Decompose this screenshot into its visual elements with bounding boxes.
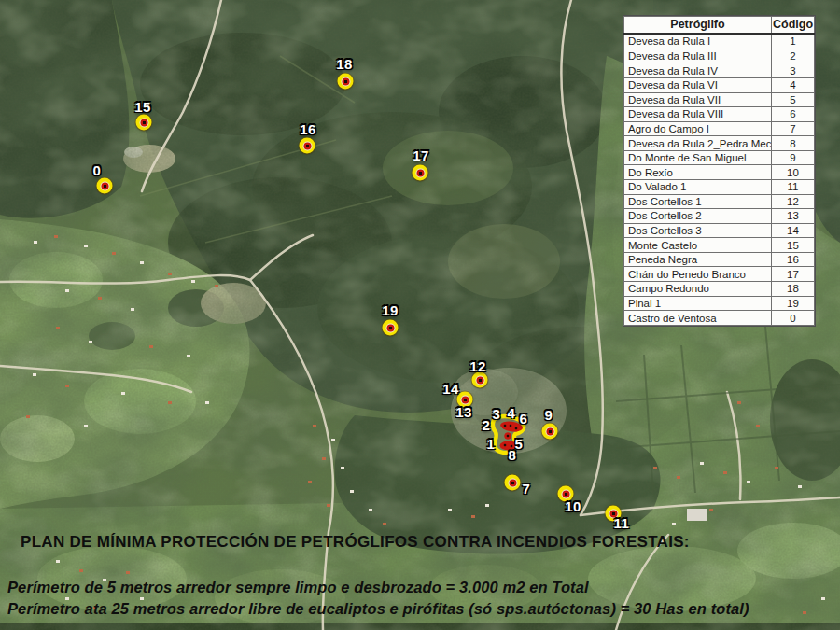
petroglyph-name: Devesa da Rula IV [624, 63, 772, 78]
marker-core-dot [140, 119, 147, 126]
marker-label: 18 [336, 57, 353, 71]
table-header-codigo: Código [772, 17, 815, 35]
marker-label: 1 [487, 437, 496, 451]
marker-label: 8 [509, 448, 517, 462]
petroglyph-code: 17 [772, 267, 815, 282]
marker-ring [545, 427, 554, 436]
map-marker [338, 74, 354, 90]
map-marker [542, 424, 558, 440]
petroglyph-name: Devesa da Rula VI [624, 77, 772, 92]
table-row: Devesa da Rula 2_Pedra Mecía 8 [624, 136, 815, 151]
map-marker [383, 320, 399, 336]
petroglyph-name: Devesa da Rula VIII [624, 107, 772, 122]
petroglyph-name: Do Monte de San Miguel [624, 150, 772, 165]
marker-core-dot [476, 376, 483, 384]
marker-label: 3 [493, 407, 501, 421]
marker-core-dot [303, 142, 311, 149]
petroglyph-code: 2 [772, 49, 815, 63]
petroglyph-code: 10 [772, 165, 815, 180]
marker-core-dot [546, 427, 553, 435]
marker-ring [302, 141, 312, 150]
table-row: Agro do Campo I 7 [624, 121, 815, 136]
petroglyph-name: Dos Cortellos 1 [624, 194, 772, 209]
petroglyph-name: Chán do Penedo Branco [624, 267, 772, 282]
cluster-dot [509, 443, 515, 450]
petroglyph-code: 12 [772, 194, 815, 209]
marker-core-dot [101, 182, 108, 189]
petroglyph-name: Campo Redondo [624, 282, 772, 297]
petroglyph-name: Pinal 1 [624, 296, 772, 311]
table-row: Devesa da Rula VI 4 [624, 77, 815, 92]
table-row: Pinal 1 19 [624, 296, 815, 311]
marker-label: 7 [523, 482, 531, 496]
petroglyph-name: Peneda Negra [624, 252, 772, 267]
table-row: Do Rexío 10 [624, 165, 815, 180]
marker-ring [561, 489, 570, 498]
marker-label: 14 [442, 382, 459, 396]
marker-core-dot [562, 490, 569, 497]
petroglyph-code: 15 [772, 238, 815, 253]
table-row: Dos Cortellos 3 14 [624, 223, 815, 238]
table-row: Do Valado 1 11 [624, 180, 815, 195]
petroglyph-code: 6 [772, 107, 815, 122]
petroglyph-code: 13 [772, 209, 815, 224]
petroglyph-code: 3 [772, 63, 815, 78]
map-slide: 0 15 18 16 17 [0, 0, 840, 630]
marker-core-dot [342, 77, 349, 85]
marker-ring [415, 168, 425, 177]
plan-title: PLAN DE MÍNIMA PROTECCIÓN DE PETRÓGLIFOS… [21, 533, 690, 552]
petroglyph-code: 5 [772, 92, 815, 107]
marker-label: 11 [614, 516, 630, 530]
petroglyph-code: 11 [772, 180, 815, 195]
table-row: Devesa da Rula VIII 6 [624, 107, 815, 122]
perimeter-rule-2: Perímetro ata 25 metros arredor libre de… [7, 600, 749, 618]
table-row: Devesa da Rula IV 3 [624, 63, 815, 78]
marker-label: 10 [565, 499, 581, 513]
table-row: Do Monte de San Miguel 9 [624, 150, 815, 165]
table-row: Monte Castelo 15 [624, 238, 815, 253]
petroglyph-name: Do Valado 1 [624, 180, 772, 195]
marker-label: 9 [545, 408, 553, 422]
marker-label: 16 [300, 122, 316, 136]
petroglyph-code: 14 [772, 223, 815, 238]
marker-ring [385, 323, 395, 332]
petroglyph-code: 18 [772, 282, 815, 297]
petroglyph-code: 0 [772, 311, 815, 326]
marker-ring [475, 375, 484, 385]
petroglyph-code: 4 [772, 77, 815, 92]
table-header-petroglifo: Petróglifo [624, 17, 772, 35]
table-row: Castro de Ventosa 0 [624, 311, 815, 326]
marker-ring [139, 118, 148, 127]
marker-label: 6 [520, 412, 528, 426]
marker-core-dot [386, 324, 394, 331]
petroglyph-name: Castro de Ventosa [624, 311, 772, 326]
petroglyph-name: Dos Cortellos 3 [624, 223, 772, 238]
marker-ring [460, 395, 469, 404]
perimeter-rule-1: Perímetro de 5 metros arredor sempre lim… [7, 579, 589, 596]
table-header-row: Petróglifo Código [624, 17, 815, 35]
petroglyph-name: Devesa da Rula 2_Pedra Mecía [624, 136, 772, 151]
cluster-dot [502, 442, 509, 449]
marker-core-dot [416, 169, 424, 176]
table-row: Campo Redondo 18 [624, 282, 815, 297]
petroglyph-table: Petróglifo Código Devesa da Rula I 1 Dev… [623, 16, 815, 326]
map-marker [97, 178, 113, 194]
marker-label: 0 [93, 163, 102, 177]
cluster-dot [505, 433, 511, 440]
marker-label: 15 [134, 100, 151, 114]
table-row: Peneda Negra 16 [624, 252, 815, 267]
marker-label: 17 [413, 148, 429, 162]
marker-label: 12 [469, 359, 486, 373]
marker-label: 4 [508, 406, 516, 420]
table-row: Devesa da Rula VII 5 [624, 92, 815, 107]
marker-label: 19 [382, 303, 399, 317]
petroglyph-code: 16 [772, 252, 815, 267]
petroglyph-name: Monte Castelo [624, 238, 772, 253]
map-marker [505, 475, 521, 491]
marker-core-dot [461, 396, 469, 403]
petroglyph-table-body: Devesa da Rula I 1 Devesa da Rula III 2 … [624, 34, 815, 325]
petroglyph-name: Do Rexío [624, 165, 772, 180]
petroglyph-code: 8 [772, 136, 815, 151]
marker-ring [508, 478, 517, 487]
petroglyph-name: Dos Cortellos 2 [624, 209, 772, 224]
